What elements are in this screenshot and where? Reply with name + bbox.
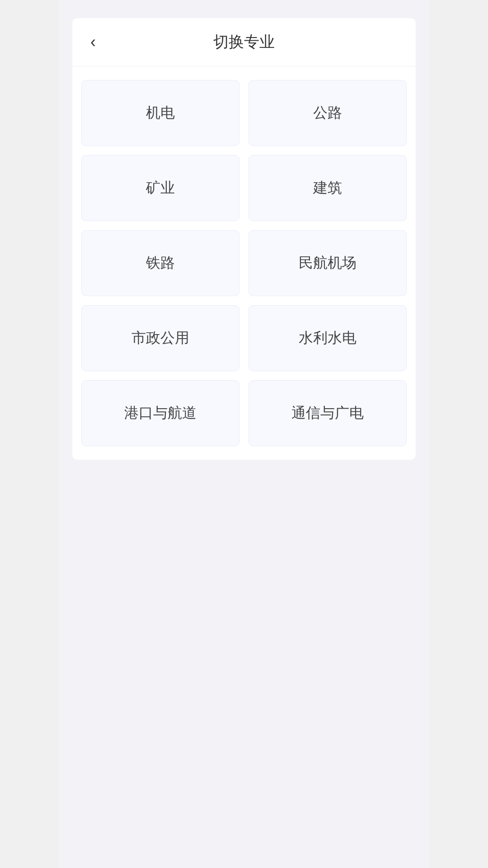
grid-item-label-mining: 矿业 (146, 178, 175, 198)
app-container: ‹ 切换专业 机电公路矿业建筑铁路民航机场市政公用水利水电港口与航道通信与广电 (59, 0, 429, 868)
grid-item-port-waterway[interactable]: 港口与航道 (81, 380, 239, 446)
grid-item-water-conservancy[interactable]: 水利水电 (249, 305, 407, 371)
grid-item-label-architecture: 建筑 (313, 178, 342, 198)
grid-item-label-railway: 铁路 (146, 253, 175, 273)
grid-item-railway[interactable]: 铁路 (81, 230, 239, 296)
header: ‹ 切换专业 (72, 18, 416, 66)
grid-item-civil-aviation[interactable]: 民航机场 (249, 230, 407, 296)
grid-item-label-mechanical-electrical: 机电 (146, 103, 175, 123)
grid-item-label-civil-aviation: 民航机场 (299, 253, 357, 273)
grid-item-label-highway: 公路 (313, 103, 342, 123)
back-button[interactable]: ‹ (86, 32, 100, 52)
grid-item-architecture[interactable]: 建筑 (249, 155, 407, 221)
grid-item-label-municipal: 市政公用 (131, 328, 189, 348)
grid-item-label-port-waterway: 港口与航道 (124, 403, 197, 423)
page-card: ‹ 切换专业 机电公路矿业建筑铁路民航机场市政公用水利水电港口与航道通信与广电 (72, 18, 416, 460)
grid-item-mining[interactable]: 矿业 (81, 155, 239, 221)
page-title: 切换专业 (86, 32, 402, 52)
grid-item-municipal[interactable]: 市政公用 (81, 305, 239, 371)
grid-item-highway[interactable]: 公路 (249, 80, 407, 146)
grid-item-label-telecom-broadcast: 通信与广电 (291, 403, 364, 423)
specialty-grid: 机电公路矿业建筑铁路民航机场市政公用水利水电港口与航道通信与广电 (72, 66, 416, 460)
grid-item-telecom-broadcast[interactable]: 通信与广电 (249, 380, 407, 446)
grid-item-mechanical-electrical[interactable]: 机电 (81, 80, 239, 146)
grid-item-label-water-conservancy: 水利水电 (299, 328, 357, 348)
